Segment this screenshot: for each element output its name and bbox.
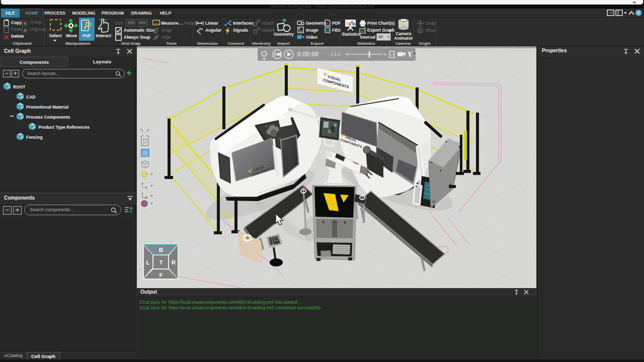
svg-text:0:00:00: 0:00:00 [297, 51, 318, 58]
svg-text:B: B [159, 247, 163, 253]
svg-text:Promotional Material: Promotional Material [26, 105, 68, 110]
svg-text:Product Type References: Product Type References [38, 125, 90, 130]
svg-text:Fencing: Fencing [26, 135, 43, 140]
svg-text:R: R [172, 259, 176, 265]
svg-text:x 1.0: x 1.0 [331, 52, 341, 57]
svg-text:F: F [159, 272, 163, 278]
svg-text:T: T [159, 259, 163, 265]
svg-text:?: ? [637, 11, 640, 16]
svg-text:Process Components: Process Components [26, 115, 70, 120]
svg-text:+: + [383, 51, 386, 57]
svg-text:ROOT: ROOT [13, 84, 26, 89]
svg-text:L: L [146, 259, 149, 265]
svg-text:CAD: CAD [26, 95, 35, 100]
svg-text:A: A [326, 22, 329, 25]
